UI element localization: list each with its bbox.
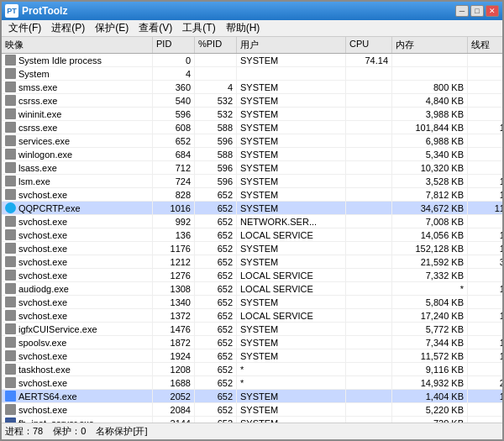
cell-user: SYSTEM [237, 81, 346, 93]
col-ppid[interactable]: %PID [195, 37, 237, 53]
table-row[interactable]: winlogon.exe 684 588 SYSTEM 5,340 KB 3 [2, 148, 502, 161]
process-name: svchost.exe [18, 244, 67, 254]
table-row[interactable]: spoolsv.exe 1872 652 SYSTEM 7,344 KB 13 [2, 336, 502, 349]
table-row[interactable]: svchost.exe 136 652 LOCAL SERVICE 14,056… [2, 228, 502, 242]
table-row[interactable]: csrss.exe 608 588 SYSTEM 101,844 KB 12 [2, 121, 502, 134]
col-user[interactable]: 用户 [237, 37, 346, 53]
table-row[interactable]: svchost.exe 992 652 NETWORK.SER... 7,008… [2, 215, 502, 228]
cell-threads: * [468, 54, 502, 66]
menu-protect[interactable]: 保护(E) [90, 19, 134, 37]
table-row[interactable]: svchost.exe 1340 652 SYSTEM 5,804 KB 5 [2, 296, 502, 309]
menu-file[interactable]: 文件(F) [3, 19, 46, 37]
process-name: wininit.exe [18, 109, 61, 119]
cell-image: svchost.exe [2, 269, 153, 281]
cell-cpu [346, 228, 392, 241]
table-row[interactable]: svchost.exe 1372 652 LOCAL SERVICE 17,24… [2, 309, 502, 323]
cell-pid: 1308 [153, 282, 195, 295]
close-button[interactable]: ✕ [486, 5, 499, 17]
cell-pid: 136 [153, 228, 195, 241]
cell-pid: 4 [153, 67, 195, 80]
process-icon [5, 149, 16, 160]
col-memory[interactable]: 内存 [392, 37, 468, 53]
table-row[interactable]: taskhost.exe 1208 652 * 9,116 KB 9 [2, 363, 502, 376]
cell-user: SYSTEM [237, 175, 346, 187]
process-icon [5, 122, 16, 133]
col-pid[interactable]: PID [153, 37, 195, 53]
cell-ppid: 652 [195, 336, 237, 349]
menu-tools[interactable]: 工具(T) [177, 19, 220, 37]
menu-process[interactable]: 进程(P) [46, 19, 90, 37]
col-image[interactable]: 映像 [2, 37, 153, 53]
col-cpu[interactable]: CPU [346, 37, 392, 53]
cell-memory: 5,804 KB [392, 296, 468, 308]
cell-user: SYSTEM [237, 94, 346, 107]
table-row[interactable]: svchost.exe 1924 652 SYSTEM 11,572 KB 17 [2, 349, 502, 363]
table-row[interactable]: igfxCUIService.exe 1476 652 SYSTEM 5,772… [2, 323, 502, 336]
table-row[interactable]: audiodg.exe 1308 652 LOCAL SERVICE * 12 [2, 282, 502, 296]
cell-user: LOCAL SERVICE [237, 309, 346, 322]
cell-cpu: 74.14 [346, 54, 392, 66]
cell-pid: 540 [153, 94, 195, 107]
table-row[interactable]: lsm.exe 724 596 SYSTEM 3,528 KB 10 [2, 175, 502, 188]
menu-view[interactable]: 查看(V) [134, 19, 177, 37]
cell-ppid: 532 [195, 108, 237, 120]
cell-pid: 360 [153, 81, 195, 93]
table-header: 映像 PID %PID 用户 CPU 内存 线程 已保护 公司 [2, 37, 502, 54]
status-bar: 进程：78 保护：0 名称保护[开] [2, 423, 502, 439]
cell-cpu [346, 121, 392, 134]
table-row[interactable]: svchost.exe 1176 652 SYSTEM 152,128 KB 1… [2, 242, 502, 255]
process-name: igfxCUIService.exe [18, 324, 97, 334]
cell-image: svchost.exe [2, 296, 153, 308]
cell-cpu [346, 349, 392, 362]
table-row[interactable]: svchost.exe 1688 652 * 14,932 KB 21 [2, 376, 502, 390]
cell-ppid: 652 [195, 403, 237, 416]
table-row[interactable]: lsass.exe 712 596 SYSTEM 10,320 KB 8 [2, 161, 502, 175]
cell-user: SYSTEM [237, 202, 346, 214]
cell-memory: 7,344 KB [392, 336, 468, 349]
cell-pid: 828 [153, 188, 195, 201]
process-name: csrss.exe [18, 123, 57, 133]
maximize-button[interactable]: □ [470, 5, 484, 17]
table-body[interactable]: System Idle process 0 SYSTEM 74.14 * 2 S… [2, 54, 502, 423]
cell-pid: 596 [153, 108, 195, 120]
cell-user: * [237, 376, 346, 389]
process-name: audiodg.exe [18, 284, 69, 294]
cell-cpu [346, 242, 392, 255]
table-row[interactable]: QQPCRTP.exe 1016 652 SYSTEM 34,672 KB 11… [2, 202, 502, 215]
table-row[interactable]: System Idle process 0 SYSTEM 74.14 * 2 [2, 54, 502, 67]
cell-cpu [346, 323, 392, 335]
col-threads[interactable]: 线程 [468, 37, 502, 53]
table-row[interactable]: svchost.exe 828 652 SYSTEM 7,812 KB 11 [2, 188, 502, 202]
cell-ppid: 652 [195, 323, 237, 335]
table-row[interactable]: wininit.exe 596 532 SYSTEM 3,988 KB 3 [2, 108, 502, 121]
cell-pid: 1372 [153, 309, 195, 322]
cell-ppid: 652 [195, 376, 237, 389]
cell-image: lsm.exe [2, 175, 153, 187]
cell-pid: 1176 [153, 242, 195, 255]
status-protected: 保护：0 [53, 425, 86, 438]
table-row[interactable]: svchost.exe 2084 652 SYSTEM 5,220 KB 8 [2, 403, 502, 417]
window-title: ProtToolz [22, 5, 455, 17]
table-row[interactable]: System 4 168 [2, 67, 502, 81]
cell-cpu [346, 175, 392, 187]
cell-ppid: 652 [195, 282, 237, 295]
status-protected-name: 名称保护[开] [96, 425, 147, 438]
cell-image: svchost.exe [2, 403, 153, 416]
table-row[interactable]: smss.exe 360 4 SYSTEM 800 KB 2 [2, 81, 502, 94]
cell-user: SYSTEM [237, 336, 346, 349]
table-row[interactable]: svchost.exe 1276 652 LOCAL SERVICE 7,332… [2, 269, 502, 282]
table-row[interactable]: csrss.exe 540 532 SYSTEM 4,840 KB 9 [2, 94, 502, 108]
table-row[interactable]: AERTS64.exe 2052 652 SYSTEM 1,404 KB 16 [2, 390, 502, 403]
cell-cpu [346, 403, 392, 416]
table-row[interactable]: services.exe 652 596 SYSTEM 6,988 KB 9 [2, 134, 502, 148]
minimize-button[interactable]: ─ [455, 5, 469, 17]
process-icon [5, 216, 16, 227]
cell-image: fb_inet_server.exe [2, 417, 153, 423]
table-row[interactable]: svchost.exe 1212 652 SYSTEM 21,592 KB 37 [2, 255, 502, 269]
menu-help[interactable]: 帮助(H) [221, 19, 265, 37]
cell-ppid: 4 [195, 81, 237, 93]
cell-image: csrss.exe [2, 121, 153, 134]
cell-image: svchost.exe [2, 349, 153, 362]
table-row[interactable]: fb_inet_server.exe 2144 652 SYSTEM 720 K… [2, 417, 502, 423]
process-name: svchost.exe [18, 270, 67, 281]
